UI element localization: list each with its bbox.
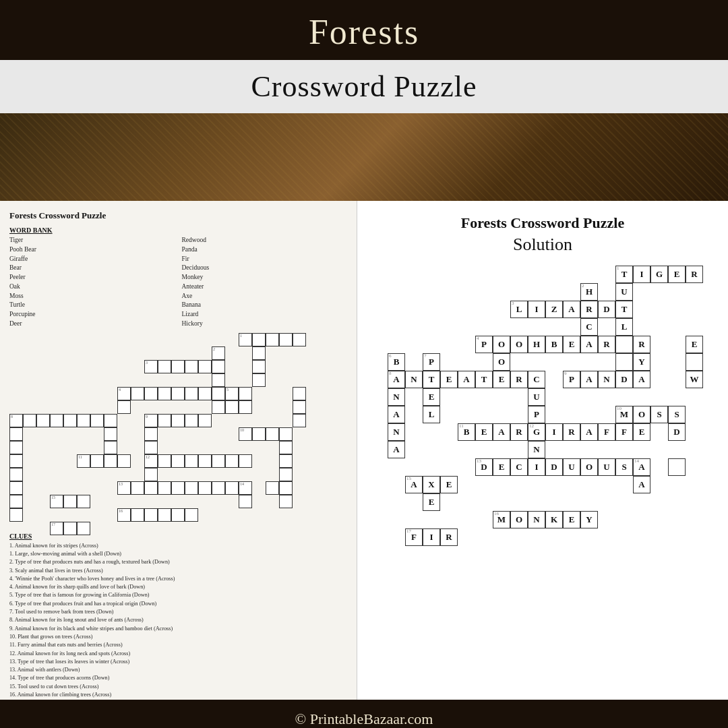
footer-text: © PrintableBazaar.com	[295, 710, 433, 728]
header: Forests	[0, 0, 728, 60]
left-panel: Forests Crossword Puzzle WORD BANK Tiger…	[0, 201, 357, 700]
left-panel-title: Forests Crossword Puzzle	[9, 210, 347, 221]
decorative-background	[0, 113, 728, 201]
subtitle-text: Crossword Puzzle	[251, 70, 477, 103]
word-bank-label: WORD BANK	[9, 226, 347, 234]
right-panel: Forests Crossword Puzzle Solution 1T I G…	[357, 201, 728, 700]
main-content: Forests Crossword Puzzle WORD BANK Tiger…	[0, 201, 728, 700]
header-title: Forests	[309, 13, 419, 51]
solution-grid: 1T I G E R 2H U 3L I Z A R D T C L K 4P	[388, 266, 698, 616]
solution-label: Solution	[513, 235, 572, 255]
clues-list: 1. Animal known for its stripes (Across)…	[9, 542, 347, 700]
footer: © PrintableBazaar.com	[0, 700, 728, 728]
word-bank-list: TigerPooh BearGiraffeBearPeelerOakMossTu…	[9, 236, 347, 329]
subtitle-bar: Crossword Puzzle	[0, 60, 728, 113]
crossword-grid-puzzle: 1 2 3	[9, 333, 347, 528]
solution-panel-title: Forests Crossword Puzzle	[461, 214, 624, 232]
